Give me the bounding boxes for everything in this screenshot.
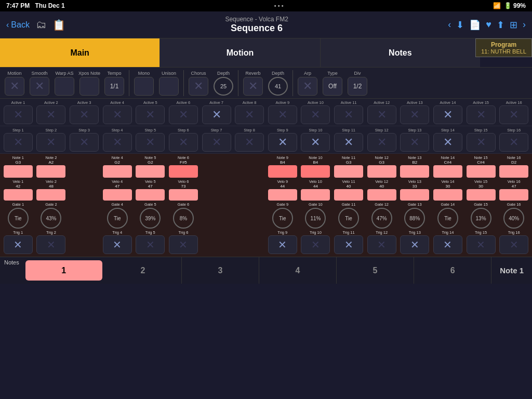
gate-dial-9[interactable]: Tie <box>272 208 293 229</box>
ctrl-xpos[interactable]: Xpos Note <box>78 71 101 96</box>
next-icon[interactable]: › <box>523 19 526 30</box>
active-btn-13[interactable]: ✕ <box>400 105 429 124</box>
share-icon[interactable]: ⬆ <box>497 19 504 31</box>
gate-dial-10[interactable]: 11% <box>305 208 326 229</box>
step-btn-6[interactable]: ✕ <box>169 133 198 152</box>
velo-box-2[interactable] <box>36 189 65 201</box>
trig-btn-5[interactable]: ✕ <box>136 235 165 254</box>
velo-box-12[interactable] <box>367 189 396 201</box>
note-box-14[interactable] <box>433 165 462 178</box>
note-box-9[interactable] <box>268 165 297 178</box>
ctrl-div[interactable]: Div 1/2 <box>346 71 369 96</box>
step-btn-16[interactable]: ✕ <box>499 133 528 152</box>
ctrl-smooth[interactable]: Smooth ✕ <box>28 71 51 96</box>
active-btn-5[interactable]: ✕ <box>136 105 165 124</box>
gate-dial-14[interactable]: Tie <box>437 208 458 229</box>
ctrl-chorus[interactable]: Chorus ✕ <box>187 71 210 96</box>
grid-icon[interactable]: ⊞ <box>510 19 517 31</box>
trig-btn-15[interactable]: ✕ <box>467 235 496 254</box>
favorite-icon[interactable]: ♥ <box>486 19 491 30</box>
file-icon[interactable]: 📄 <box>469 19 481 31</box>
tempo-value[interactable]: 1/1 <box>104 77 124 96</box>
gate-dial-6[interactable]: 8% <box>173 208 194 229</box>
bottom-tab-4[interactable]: 4 <box>259 257 337 284</box>
ctrl-arp[interactable]: Arp ✕ <box>296 71 319 96</box>
note-box-11[interactable] <box>334 165 363 178</box>
gate-dial-11[interactable]: Tie <box>338 208 359 229</box>
trig-btn-11[interactable]: ✕ <box>334 235 363 254</box>
ctrl-tempo[interactable]: Tempo 1/1 <box>103 71 126 96</box>
copy-icon[interactable]: 📋 <box>52 19 65 31</box>
program-badge[interactable]: Program 11: NUTHR BELL <box>475 38 532 57</box>
trig-btn-13[interactable]: ✕ <box>400 235 429 254</box>
reverb-depth-dial[interactable]: 41 <box>268 77 288 96</box>
mono-btn[interactable] <box>134 77 154 96</box>
active-btn-9[interactable]: ✕ <box>268 105 297 124</box>
active-btn-4[interactable]: ✕ <box>103 105 132 124</box>
ctrl-chorus-depth[interactable]: Depth 25 <box>212 71 235 96</box>
trig-btn-9[interactable]: ✕ <box>268 235 297 254</box>
tab-notes[interactable]: Notes <box>321 38 480 67</box>
div-value[interactable]: 1/2 <box>348 77 367 96</box>
chorus-depth-dial[interactable]: 25 <box>214 77 233 96</box>
velo-box-11[interactable] <box>334 189 363 201</box>
download-icon[interactable]: ⬇ <box>456 19 464 31</box>
velo-box-4[interactable] <box>103 189 132 201</box>
gate-dial-15[interactable]: 13% <box>471 208 491 229</box>
gate-dial-12[interactable]: 47% <box>371 208 392 229</box>
trig-btn-4[interactable]: ✕ <box>103 235 132 254</box>
step-btn-10[interactable]: ✕ <box>301 133 330 152</box>
velo-box-5[interactable] <box>136 189 165 201</box>
gate-dial-16[interactable]: 40% <box>503 208 524 229</box>
step-btn-11[interactable]: ✕ <box>334 133 363 152</box>
tab-motion[interactable]: Motion <box>160 38 320 67</box>
trig-btn-12[interactable]: ✕ <box>367 235 396 254</box>
save-icon[interactable]: 🗂 <box>36 19 46 31</box>
ctrl-type[interactable]: Type Off <box>321 71 344 96</box>
bottom-tab-2[interactable]: 2 <box>104 257 182 284</box>
step-btn-14[interactable]: ✕ <box>433 133 462 152</box>
ctrl-mono[interactable]: Mono <box>132 71 155 96</box>
velo-box-15[interactable] <box>467 189 496 201</box>
xpos-btn[interactable] <box>79 77 99 96</box>
ctrl-warp[interactable]: Warp AS <box>53 71 76 96</box>
note-box-13[interactable] <box>400 165 429 178</box>
step-btn-12[interactable]: ✕ <box>367 133 396 152</box>
unison-btn[interactable] <box>159 77 179 96</box>
ctrl-reverb[interactable]: Reverb ✕ <box>242 71 264 96</box>
bottom-tab-5[interactable]: 5 <box>337 257 414 284</box>
ctrl-reverb-depth[interactable]: Depth 41 <box>267 71 289 96</box>
step-btn-2[interactable]: ✕ <box>36 133 65 152</box>
active-btn-1[interactable]: ✕ <box>4 105 33 124</box>
active-btn-2[interactable]: ✕ <box>36 105 65 124</box>
note-box-10[interactable] <box>301 165 330 178</box>
note-box-15[interactable] <box>467 165 496 178</box>
note-box-2[interactable] <box>36 165 65 178</box>
step-btn-15[interactable]: ✕ <box>467 133 496 152</box>
velo-box-16[interactable] <box>499 189 528 201</box>
active-btn-15[interactable]: ✕ <box>467 105 496 124</box>
velo-box-1[interactable] <box>4 189 33 201</box>
trig-btn-14[interactable]: ✕ <box>433 235 462 254</box>
active-btn-14[interactable]: ✕ <box>433 105 462 124</box>
active-btn-16[interactable]: ✕ <box>499 105 528 124</box>
active-btn-8[interactable]: ✕ <box>235 105 264 124</box>
active-btn-3[interactable]: ✕ <box>70 105 99 124</box>
motion-btn[interactable]: ✕ <box>5 77 24 96</box>
note-box-6[interactable] <box>169 165 198 178</box>
prev-icon[interactable]: ‹ <box>448 19 451 30</box>
bottom-tab-1[interactable]: 1 <box>25 260 102 281</box>
warp-btn[interactable] <box>55 77 74 96</box>
bottom-tab-3[interactable]: 3 <box>182 257 259 284</box>
note-box-12[interactable] <box>367 165 396 178</box>
smooth-btn[interactable]: ✕ <box>30 77 49 96</box>
velo-box-14[interactable] <box>433 189 462 201</box>
reverb-btn[interactable]: ✕ <box>243 77 263 96</box>
trig-btn-1[interactable]: ✕ <box>4 235 33 254</box>
back-button[interactable]: ‹ Back <box>6 20 30 30</box>
gate-dial-5[interactable]: 39% <box>140 208 161 229</box>
velo-box-9[interactable] <box>268 189 297 201</box>
trig-btn-6[interactable]: ✕ <box>169 235 198 254</box>
tab-main[interactable]: Main <box>0 38 160 67</box>
step-btn-1[interactable]: ✕ <box>4 133 33 152</box>
